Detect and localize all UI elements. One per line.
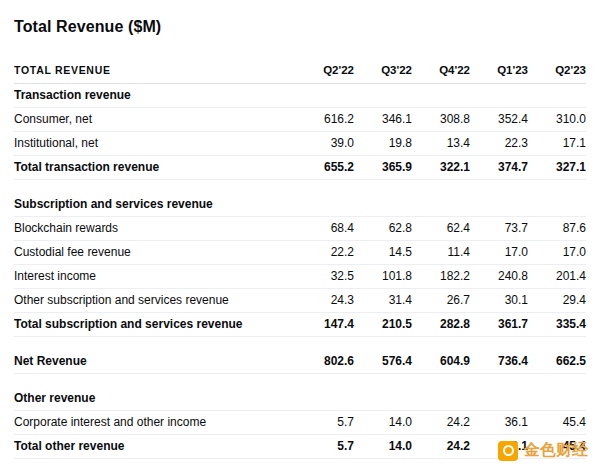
table-section: Transaction revenueConsumer, net616.2346…: [14, 84, 586, 180]
cell-value: 19.8: [354, 136, 412, 150]
cell-value: 182.2: [412, 269, 470, 283]
row-label: Consumer, net: [14, 112, 296, 126]
table-row: Other subscription and services revenue2…: [14, 289, 586, 313]
row-label: Custodial fee revenue: [14, 245, 296, 259]
cell-value: 210.5: [354, 317, 412, 331]
cell-value: 604.9: [412, 354, 470, 368]
section-heading: Other revenue: [14, 391, 586, 405]
table-row: Corporate interest and other income5.714…: [14, 411, 586, 435]
cell-value: 327.1: [528, 160, 586, 174]
row-label: Blockchain rewards: [14, 221, 296, 235]
cell-value: 101.8: [354, 269, 412, 283]
cell-value: 62.8: [354, 221, 412, 235]
cell-value: 346.1: [354, 112, 412, 126]
cell-value: 29.4: [528, 293, 586, 307]
table-row: Blockchain rewards68.462.862.473.787.6: [14, 217, 586, 241]
cell-value: 24.3: [296, 293, 354, 307]
cell-value: 22.3: [470, 136, 528, 150]
table-section: Subscription and services revenueBlockch…: [14, 193, 586, 337]
row-label: Total transaction revenue: [14, 160, 296, 174]
header-label: TOTAL REVENUE: [14, 64, 296, 76]
cell-value: 576.4: [354, 354, 412, 368]
cell-value: 13.4: [412, 136, 470, 150]
column-header: Q3'22: [354, 64, 412, 76]
cell-value: 45.4: [528, 415, 586, 429]
cell-value: 24.2: [412, 415, 470, 429]
cell-value: 5.7: [296, 415, 354, 429]
cell-value: 802.6: [296, 354, 354, 368]
cell-value: 22.2: [296, 245, 354, 259]
cell-value: 68.4: [296, 221, 354, 235]
table-row: Total subscription and services revenue1…: [14, 313, 586, 337]
row-label: Total subscription and services revenue: [14, 317, 296, 331]
cell-value: 5.7: [296, 439, 354, 453]
cell-value: 147.4: [296, 317, 354, 331]
cell-value: 26.7: [412, 293, 470, 307]
table-row: Institutional, net39.019.813.422.317.1: [14, 132, 586, 156]
cell-value: 14.0: [354, 439, 412, 453]
cell-value: 616.2: [296, 112, 354, 126]
cell-value: 282.8: [412, 317, 470, 331]
cell-value: 352.4: [470, 112, 528, 126]
table-header-row: TOTAL REVENUEQ2'22Q3'22Q4'22Q1'23Q2'23: [14, 60, 586, 84]
cell-value: 201.4: [528, 269, 586, 283]
cell-value: 32.5: [296, 269, 354, 283]
table-row: Net Revenue802.6576.4604.9736.4662.5: [14, 350, 586, 374]
row-label: Interest income: [14, 269, 296, 283]
cell-value: 335.4: [528, 317, 586, 331]
watermark-text: 金色财经: [524, 440, 588, 461]
cell-value: 11.4: [412, 245, 470, 259]
section-heading-row: Other revenue: [14, 387, 586, 411]
section-heading: Subscription and services revenue: [14, 197, 586, 211]
cell-value: 31.4: [354, 293, 412, 307]
table-row: Consumer, net616.2346.1308.8352.4310.0: [14, 108, 586, 132]
row-label: Corporate interest and other income: [14, 415, 296, 429]
cell-value: 308.8: [412, 112, 470, 126]
cell-value: 736.4: [470, 354, 528, 368]
row-label: Total other revenue: [14, 439, 296, 453]
table-section: Net Revenue802.6576.4604.9736.4662.5: [14, 350, 586, 374]
cell-value: 310.0: [528, 112, 586, 126]
table-row: Total transaction revenue655.2365.9322.1…: [14, 156, 586, 180]
section-heading-row: Transaction revenue: [14, 84, 586, 108]
page-title: Total Revenue ($M): [14, 18, 586, 36]
revenue-table: TOTAL REVENUEQ2'22Q3'22Q4'22Q1'23Q2'23Tr…: [14, 60, 586, 466]
row-label: Institutional, net: [14, 136, 296, 150]
cell-value: 662.5: [528, 354, 586, 368]
cell-value: 361.7: [470, 317, 528, 331]
table-row: Interest income32.5101.8182.2240.8201.4: [14, 265, 586, 289]
cell-value: 655.2: [296, 160, 354, 174]
cell-value: 39.0: [296, 136, 354, 150]
column-header: Q2'23: [528, 64, 586, 76]
cell-value: 365.9: [354, 160, 412, 174]
cell-value: 14.5: [354, 245, 412, 259]
cell-value: 36.1: [470, 415, 528, 429]
section-heading-row: Subscription and services revenue: [14, 193, 586, 217]
row-label: Other subscription and services revenue: [14, 293, 296, 307]
watermark: 金色财经: [498, 440, 588, 461]
section-heading: Transaction revenue: [14, 88, 586, 102]
cell-value: 73.7: [470, 221, 528, 235]
row-label: Net Revenue: [14, 354, 296, 368]
column-header: Q2'22: [296, 64, 354, 76]
cell-value: 240.8: [470, 269, 528, 283]
cell-value: 17.0: [528, 245, 586, 259]
report-page: Total Revenue ($M) TOTAL REVENUEQ2'22Q3'…: [0, 0, 600, 466]
column-header: Q1'23: [470, 64, 528, 76]
cell-value: 14.0: [354, 415, 412, 429]
cell-value: 62.4: [412, 221, 470, 235]
cell-value: 17.1: [528, 136, 586, 150]
cell-value: 374.7: [470, 160, 528, 174]
table-row: Custodial fee revenue22.214.511.417.017.…: [14, 241, 586, 265]
cell-value: 322.1: [412, 160, 470, 174]
cell-value: 17.0: [470, 245, 528, 259]
cell-value: 24.2: [412, 439, 470, 453]
cell-value: 87.6: [528, 221, 586, 235]
cell-value: 30.1: [470, 293, 528, 307]
golden-finance-coin-icon: [498, 441, 518, 461]
column-header: Q4'22: [412, 64, 470, 76]
